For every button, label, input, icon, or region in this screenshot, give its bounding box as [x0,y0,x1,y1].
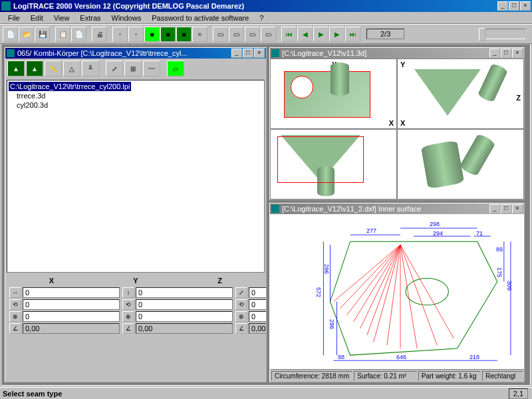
kombi-minimize[interactable]: _ [231,49,242,58]
file-tree[interactable]: C:\Logitrace_V12\ltr\trrece_cyl200.lpi t… [7,80,265,273]
pos-x-icon[interactable]: ↔ [9,287,21,298]
pos-z-icon[interactable]: ⤢ [235,287,247,298]
copy-button[interactable]: 📋 [55,27,70,42]
dxf-maximize[interactable]: □ [501,204,511,213]
tool-shape2[interactable]: ▲ [26,61,43,76]
nav-play-button[interactable]: ▶ [313,27,329,42]
stat-weight: Part weight: 1.6 kg [418,371,481,381]
nav-prev-button[interactable]: ◀ [297,27,313,42]
xyz-panel: X Y Z ↔ ↕ ⤢ ⟲ ⟲ ⟲ ⊕ ⊕ ⊕ [5,274,266,338]
frame4-button[interactable]: ▭ [261,27,276,42]
zoom-slider[interactable] [479,29,525,39]
tool-split[interactable]: ╨ [82,61,99,76]
minimize-button[interactable]: _ [497,1,508,11]
frame1-button[interactable]: ▭ [213,27,228,42]
rot-y-input[interactable] [136,299,233,310]
open-button[interactable]: 📂 [19,27,34,42]
pos-y-icon[interactable]: ↕ [122,287,134,298]
cube2-button[interactable]: ▫ [128,27,144,42]
maximize-button[interactable]: □ [509,1,519,11]
nav-next-button[interactable]: ▶ [329,27,344,42]
texture-button[interactable]: ≈ [192,27,207,42]
scl-y-icon[interactable]: ⊕ [122,311,134,322]
menu-edit[interactable]: Edit [25,13,49,23]
tool-measure[interactable]: 📏 [45,61,62,76]
dxf-close[interactable]: × [512,204,523,213]
stat-shape: Rechtangl [482,371,523,381]
view-side[interactable] [270,129,397,200]
scl-y-input[interactable] [136,311,233,322]
solid3-button[interactable]: ■ [176,27,192,42]
menu-extras[interactable]: Extras [74,13,106,23]
pos-x-input[interactable] [23,287,120,298]
cube1-button[interactable]: ▫ [112,27,128,42]
page-indicator: 2/3 [366,29,404,39]
scl-x-input[interactable] [23,311,120,322]
dxf-title: [C:\Logitrace_V12\v11_2.dxf] Inner surfa… [282,205,489,213]
menu-file[interactable]: File [3,13,25,23]
solid2-button[interactable]: ■ [160,27,176,42]
kombi-toolbar: ▲ ▲ 📏 △ ╨ ⤢ ⊞ 〰 ▱ [5,59,266,78]
rot-y-icon[interactable]: ⟲ [122,299,134,310]
svg-line-11 [400,245,417,348]
off-y-icon[interactable]: ∠ [122,323,134,334]
menubar: File Edit View Extras Windows Password t… [0,12,532,24]
tree-item-1[interactable]: cyl200.3d [15,100,263,110]
viewport-window: [C:\Logitrace_V12\v11.3d] _ □ × X Y [269,47,525,200]
new-button[interactable]: 📄 [3,27,18,42]
view-top[interactable]: X Y [270,59,397,129]
viewport-close[interactable]: × [512,49,523,58]
viewport-minimize[interactable]: _ [489,49,500,58]
solid1-button[interactable]: ■ [144,27,160,42]
kombi-maximize[interactable]: □ [243,49,253,58]
off-x-icon[interactable]: ∠ [9,323,21,334]
tool-shape1[interactable]: ▲ [7,61,25,76]
dxf-titlebar[interactable]: [C:\Logitrace_V12\v11_2.dxf] Inner surfa… [270,203,524,214]
off-z-icon[interactable]: ∠ [235,323,247,334]
tool-cone[interactable]: △ [63,61,80,76]
rot-x-icon[interactable]: ⟲ [9,299,21,310]
kombi-titlebar[interactable]: 065/ Kombi-Körper [C:\Logitrace_V12\ltr\… [5,48,266,59]
scl-x-icon[interactable]: ⊕ [9,311,21,322]
print-button[interactable]: 🖨 [92,27,107,42]
tool-curve2[interactable]: 〰 [143,61,160,76]
svg-line-3 [340,245,400,309]
kombi-close[interactable]: × [254,49,265,58]
tool-curve1[interactable]: ⤢ [106,61,123,76]
viewport-titlebar[interactable]: [C:\Logitrace_V12\v11.3d] _ □ × [270,48,524,59]
save-button[interactable]: 💾 [35,27,50,42]
nav-last-button[interactable]: ⏭ [345,27,360,42]
rot-z-input[interactable] [249,299,266,310]
paste-button[interactable]: 📄 [71,27,86,42]
main-titlebar: LogiTRACE 2000 Version 12 (Copyright DEM… [0,0,532,12]
dxf-canvas[interactable]: 277 298 294 71 89 175 309 572 286 286 88… [270,214,524,369]
menu-windows[interactable]: Windows [106,13,147,23]
menu-password[interactable]: Password to activate software [146,13,254,23]
pos-z-input[interactable] [249,287,266,298]
viewport-maximize[interactable]: □ [501,49,511,58]
dxf-minimize[interactable]: _ [489,204,500,213]
unfold-drawing [270,214,524,369]
scl-z-input[interactable] [249,311,266,322]
close-button[interactable]: × [520,1,531,11]
nav-first-button[interactable]: ⏮ [281,27,297,42]
scl-z-icon[interactable]: ⊕ [235,311,247,322]
tool-unfold[interactable]: ▱ [167,61,184,76]
statusbar: Select seam type 2,1 [0,387,532,399]
frame3-button[interactable]: ▭ [245,27,260,42]
dxf-stats: Circumference: 2818 mm Surface: 0.21 m² … [270,369,524,382]
tree-item-0[interactable]: trrece.3d [15,91,263,100]
tool-grid[interactable]: ⊞ [124,61,142,76]
x-label: X [9,275,94,286]
frame2-button[interactable]: ▭ [229,27,244,42]
menu-help[interactable]: ? [254,13,269,23]
view-front[interactable]: X Y Z [397,59,524,129]
rot-z-icon[interactable]: ⟲ [235,299,247,310]
menu-view[interactable]: View [49,13,75,23]
view-iso[interactable] [397,129,524,200]
pos-y-input[interactable] [136,287,233,298]
tree-root[interactable]: C:\Logitrace_V12\ltr\trrece_cyl200.lpi [9,82,131,91]
svg-line-6 [360,245,400,329]
viewport-3d[interactable]: X Y X Y Z [270,59,524,200]
rot-x-input[interactable] [23,299,120,310]
